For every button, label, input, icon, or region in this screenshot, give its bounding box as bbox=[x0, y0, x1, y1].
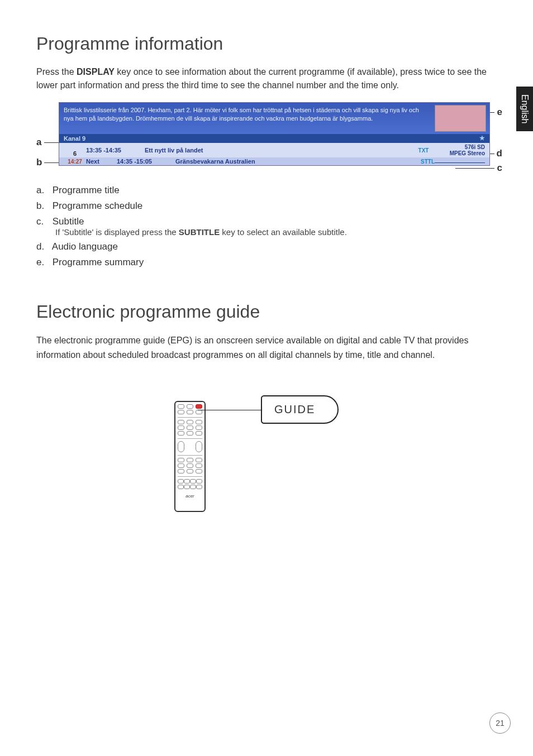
osd-summary-area: Brittisk livsstilsserie från 2007. Hexha… bbox=[59, 103, 489, 134]
section1-title: Programme information bbox=[36, 34, 502, 54]
callout-b: b bbox=[36, 157, 42, 168]
legend-text: Audio language bbox=[52, 241, 118, 252]
osd-next-time: 14:35 -15:05 bbox=[117, 158, 175, 165]
guide-button-on-remote bbox=[196, 404, 202, 409]
guide-figure: acer GUIDE bbox=[174, 390, 364, 513]
osd-current-title: Ett nytt liv på landet bbox=[145, 147, 412, 154]
legend-text: Subtitle bbox=[53, 216, 84, 227]
legend-sub-key: SUBTITLE bbox=[179, 227, 220, 237]
callout-d: d bbox=[497, 148, 502, 159]
osd-figure: a b e d c Brittisk livsstilsserie från 2… bbox=[36, 102, 502, 175]
osd-next-label: Next bbox=[86, 158, 117, 165]
osd-panel: Brittisk livsstilsserie från 2007. Hexha… bbox=[59, 102, 490, 166]
osd-current-row: 6 13:35 -14:35 Ett nytt liv på landet TX… bbox=[59, 143, 489, 157]
osd-video-format: 576i SD bbox=[465, 144, 485, 150]
osd-next-row: 14:27 Next 14:35 -15:05 Gränsbevakarna A… bbox=[59, 157, 489, 165]
intro-prefix: Press the bbox=[36, 67, 77, 76]
osd-summary-text: Brittisk livsstilsserie från 2007. Hexha… bbox=[64, 107, 419, 122]
legend-item-a: a. Programme title bbox=[36, 185, 502, 196]
intro-key: DISPLAY bbox=[77, 67, 115, 76]
callout-c: c bbox=[497, 162, 502, 174]
osd-next-title: Gränsbevakarna Australien bbox=[175, 158, 412, 165]
legend-text: Programme schedule bbox=[53, 200, 143, 211]
legend-text: Programme title bbox=[53, 185, 120, 195]
remote-illustration: acer bbox=[174, 401, 206, 512]
legend-key: d. bbox=[36, 241, 50, 252]
guide-callout-line bbox=[198, 410, 261, 410]
legend-sub-prefix: If 'Subtitle' is displayed press the bbox=[55, 227, 179, 237]
legend-key: c. bbox=[36, 216, 50, 227]
legend-subtext: If 'Subtitle' is displayed press the SUB… bbox=[55, 227, 502, 237]
osd-thumbnail bbox=[435, 105, 486, 132]
osd-video-audio: 576i SD MPEG Stereo bbox=[435, 144, 485, 156]
section1-intro: Press the DISPLAY key once to see inform… bbox=[36, 65, 502, 92]
osd-channel-bar: Kanal 9 ★ bbox=[59, 134, 489, 143]
legend-key: a. bbox=[36, 185, 50, 196]
callout-e: e bbox=[497, 107, 502, 118]
page-number: 21 bbox=[489, 712, 511, 734]
osd-sttl-indicator: STTL bbox=[412, 159, 435, 165]
legend-text: Programme summary bbox=[53, 257, 144, 267]
osd-channel-number: 6 bbox=[64, 143, 86, 157]
osd-txt-indicator: TXT bbox=[412, 147, 435, 154]
language-tab: English bbox=[516, 87, 533, 131]
remote-brand: acer bbox=[175, 494, 204, 499]
osd-current-time: 13:35 -14:35 bbox=[86, 147, 145, 154]
callout-c-line bbox=[455, 168, 494, 169]
section2-intro: The electronic programme guide (EPG) is … bbox=[36, 333, 502, 362]
guide-balloon: GUIDE bbox=[261, 395, 339, 424]
legend-item-b: b. Programme schedule bbox=[36, 200, 502, 212]
star-icon: ★ bbox=[479, 135, 485, 142]
osd-channel-name: Kanal 9 bbox=[64, 135, 85, 142]
osd-clock: 14:27 bbox=[64, 159, 86, 165]
legend-item-e: e. Programme summary bbox=[36, 257, 502, 268]
osd-audio-format: MPEG Stereo bbox=[450, 150, 485, 156]
legend-sub-suffix: key to select an available subtitle. bbox=[220, 227, 347, 237]
legend-list: a. Programme title b. Programme schedule… bbox=[36, 185, 502, 268]
legend-item-d: d. Audio language bbox=[36, 241, 502, 252]
legend-key: e. bbox=[36, 257, 50, 268]
legend-item-c: c. Subtitle If 'Subtitle' is displayed p… bbox=[36, 216, 502, 237]
section2-title: Electronic programme guide bbox=[36, 302, 502, 322]
osd-right-underline bbox=[435, 162, 485, 164]
callout-a: a bbox=[36, 137, 41, 148]
legend-key: b. bbox=[36, 200, 50, 212]
